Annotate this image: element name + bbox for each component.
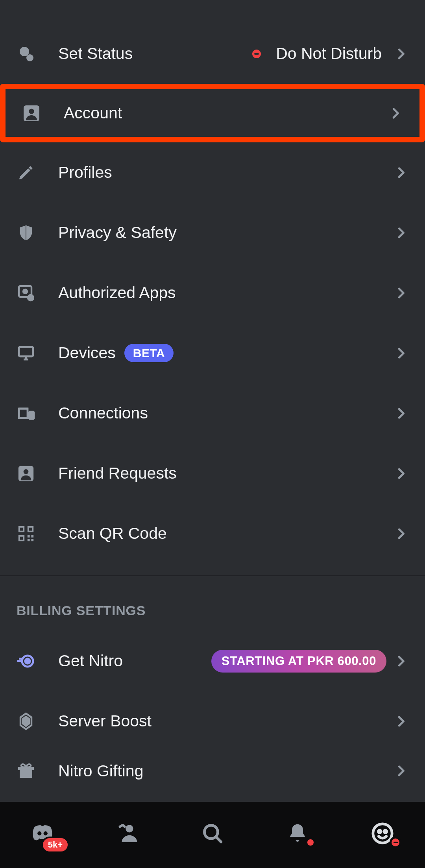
bottom-nav: 5k+ <box>0 802 425 868</box>
pencil-icon <box>17 163 35 182</box>
chevron-right-icon <box>394 346 408 361</box>
chevron-right-icon <box>394 406 408 421</box>
chevron-right-icon <box>394 714 408 729</box>
row-authorized-apps[interactable]: Authorized Apps <box>0 263 425 323</box>
shield-icon <box>17 223 35 242</box>
svg-point-5 <box>23 289 27 293</box>
nitro-icon <box>17 652 35 671</box>
svg-rect-17 <box>29 527 32 531</box>
svg-rect-8 <box>19 347 33 356</box>
svg-rect-11 <box>29 412 34 419</box>
row-label: Profiles <box>58 163 394 182</box>
row-trailing: Do Not Disturb <box>252 44 382 63</box>
svg-point-26 <box>126 825 133 832</box>
svg-rect-21 <box>31 535 33 537</box>
person-icon <box>17 464 35 483</box>
notification-dot-icon <box>305 837 316 848</box>
svg-rect-7 <box>30 295 32 297</box>
svg-rect-23 <box>31 539 33 541</box>
boost-icon <box>17 712 35 731</box>
row-label: Connections <box>58 404 394 422</box>
row-connections[interactable]: Connections <box>0 383 425 443</box>
row-label: Authorized Apps <box>58 284 394 302</box>
settings-list: Set Status Do Not Disturb Account <box>0 24 425 791</box>
beta-badge: BETA <box>124 344 174 362</box>
dnd-status-dot-icon <box>252 50 261 58</box>
nav-profile[interactable] <box>367 818 398 849</box>
account-icon <box>22 104 41 123</box>
row-scan-qr[interactable]: Scan QR Code <box>0 503 425 564</box>
row-profiles[interactable]: Profiles <box>0 142 425 203</box>
row-nitro-gifting[interactable]: Nitro Gifting <box>0 751 425 791</box>
chevron-right-icon <box>394 46 408 61</box>
row-label: Nitro Gifting <box>58 762 394 780</box>
status-icon <box>17 44 35 63</box>
profile-status-dnd-icon <box>390 837 401 848</box>
svg-point-1 <box>26 54 33 61</box>
row-label: Friend Requests <box>58 464 394 483</box>
row-set-status[interactable]: Set Status Do Not Disturb <box>0 24 425 84</box>
row-label: Server Boost <box>58 712 394 730</box>
svg-line-28 <box>216 837 221 842</box>
row-label: Account <box>64 104 388 122</box>
svg-point-30 <box>378 830 381 833</box>
row-account[interactable]: Account <box>6 89 419 137</box>
svg-rect-15 <box>20 527 23 531</box>
chevron-right-icon <box>394 763 408 778</box>
svg-point-13 <box>24 469 29 474</box>
nav-search[interactable] <box>197 818 228 849</box>
row-label: Devices BETA <box>58 344 394 362</box>
nav-notifications[interactable] <box>282 818 313 849</box>
svg-rect-22 <box>28 539 30 541</box>
nitro-price-pill: STARTING AT PKR 600.00 <box>211 650 386 673</box>
row-label: Scan QR Code <box>58 524 394 543</box>
row-label: Get Nitro <box>58 652 211 670</box>
svg-point-31 <box>384 830 387 833</box>
chevron-right-icon <box>394 286 408 300</box>
nav-servers[interactable]: 5k+ <box>27 818 58 849</box>
gift-icon <box>17 761 35 780</box>
svg-point-29 <box>373 824 392 843</box>
chevron-right-icon <box>394 654 408 669</box>
svg-point-25 <box>25 659 30 663</box>
authorized-apps-icon <box>17 284 35 302</box>
qr-icon <box>17 524 35 543</box>
row-label: Privacy & Safety <box>58 223 394 242</box>
servers-badge: 5k+ <box>41 837 69 853</box>
svg-point-0 <box>20 47 29 56</box>
chevron-right-icon <box>394 466 408 481</box>
row-server-boost[interactable]: Server Boost <box>0 691 425 751</box>
row-devices[interactable]: Devices BETA <box>0 323 425 383</box>
connections-icon <box>17 404 35 423</box>
chevron-right-icon <box>394 165 408 180</box>
svg-rect-20 <box>28 535 30 537</box>
chevron-right-icon <box>394 225 408 240</box>
billing-section-header: BILLING SETTINGS <box>0 576 425 631</box>
row-get-nitro[interactable]: Get Nitro STARTING AT PKR 600.00 <box>0 631 425 691</box>
row-friend-requests[interactable]: Friend Requests <box>0 443 425 503</box>
status-value: Do Not Disturb <box>276 44 382 63</box>
chevron-right-icon <box>394 526 408 541</box>
monitor-icon <box>17 344 35 363</box>
row-privacy-safety[interactable]: Privacy & Safety <box>0 203 425 263</box>
svg-rect-19 <box>20 536 23 540</box>
nav-friends[interactable] <box>112 818 143 849</box>
chevron-right-icon <box>388 106 403 121</box>
row-label: Set Status <box>58 44 252 63</box>
svg-point-3 <box>29 109 34 114</box>
account-highlight: Account <box>0 84 425 142</box>
